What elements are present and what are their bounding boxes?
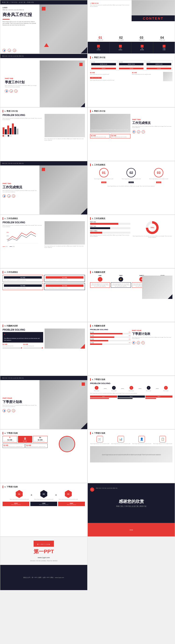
pq-arrow-2 bbox=[23, 347, 43, 348]
thanks-logo: L bbox=[90, 488, 94, 492]
pb-fill-3 bbox=[90, 340, 108, 341]
location-label: 演讲者 bbox=[130, 529, 133, 530]
doc-icon-2: 📋 bbox=[12, 194, 15, 198]
quote-content: Five difference between you and love is … bbox=[4, 338, 42, 341]
card-1-title: WORK PLAN bbox=[91, 63, 116, 65]
input-box-1-text: Never forget what you are for surely bbox=[91, 136, 109, 138]
hb-2: 计划年 Never forget what you bbox=[30, 502, 57, 506]
ns-conn-3 bbox=[138, 388, 142, 389]
card-1-text: Never forget what you are for surely the… bbox=[91, 66, 116, 67]
arrowhead-2 bbox=[42, 347, 43, 348]
grid-icon-1 bbox=[97, 45, 100, 48]
input-box-1: 输入标题 Never forget what you are for surel… bbox=[90, 134, 110, 138]
chart-icon: 📊 bbox=[8, 49, 11, 52]
work-plan-cards: 输入标题 WORK PLAN Never forget what you are… bbox=[90, 60, 172, 70]
icon-cell-4: 📋 Never forget what you are for surely t… bbox=[153, 436, 172, 444]
part-two-layout: PART TWO 工作完成情况 Never forget what you ar… bbox=[0, 166, 87, 215]
part-title-right: 工作完成情况 bbox=[132, 121, 173, 125]
pb-icons: 👤 📊 📋 bbox=[132, 341, 173, 344]
hex-row: 01 Never forget what you are for surely … bbox=[2, 490, 85, 500]
circle-03-btn[interactable]: 按钮名称 bbox=[156, 182, 161, 183]
ns-marker-label-1: Step 1 bbox=[90, 396, 117, 398]
thanks-contact: 演讲者 bbox=[130, 529, 133, 531]
pq-inputs: 输入标题 Never forget what you are 输入标题 Neve… bbox=[2, 344, 43, 348]
ni-box-2-num: 8 bbox=[24, 437, 26, 440]
circle-02-btn[interactable]: 按钮名称 bbox=[128, 182, 134, 183]
num-02-label: 工作完成情况 bbox=[118, 40, 124, 40]
ns-markers: Step 1 Step 2 Step 3 bbox=[90, 396, 172, 399]
part-label-right: PART TWO bbox=[132, 119, 173, 120]
ig-header-1: 输入标题 bbox=[4, 276, 42, 278]
bar-group-5 bbox=[12, 122, 14, 134]
breadcrumb: 商务汇报 | 工作计划 | 企业汇报 | 商务计划 bbox=[2, 9, 37, 10]
legend-line-1 bbox=[2, 246, 5, 247]
nav-bar: 商务汇报 | 工作计划 | 企业汇报 | 商务计划 bbox=[0, 0, 87, 4]
line-chart-layout: PROBLEM SOLVING Never forget what you ar… bbox=[2, 221, 85, 248]
chart-icon-2: 📊 bbox=[7, 194, 10, 198]
doc-icon: 📋 bbox=[13, 49, 16, 52]
bottom-image-18: Never forget what you are, for surely th… bbox=[90, 446, 172, 462]
arrow-wrap-1 bbox=[2, 347, 22, 348]
ad-bottom-section: 微信公众号：第一PPT | 微博：@第一PPT | 网站：www.1ppt.co… bbox=[0, 565, 87, 590]
ns-dot-3-num: 3 bbox=[131, 387, 132, 388]
hb-3: 目标年 Never forget what you bbox=[58, 502, 85, 506]
num-03-label: 问题解决进度 bbox=[139, 40, 144, 40]
circle-image bbox=[59, 436, 75, 452]
ad-red-bar: 第一PPT.COM bbox=[34, 541, 54, 547]
chart-legend: 系列1 系列2 bbox=[2, 246, 43, 247]
ig-cell-2: 输入标题 Never forget what you are for surel… bbox=[44, 275, 85, 282]
plus-2: + bbox=[55, 493, 57, 497]
bar-group-6 bbox=[14, 122, 16, 134]
left-image: Never forget what you are, for surely th… bbox=[90, 114, 130, 132]
ns-marker-label-3: Step 3 bbox=[145, 396, 172, 398]
header-image: CONTENT bbox=[132, 0, 175, 21]
pb-left: PROBLEM SOLVING 输入标题 80% 输入标题 60% bbox=[90, 328, 131, 346]
num-circle-02: 02 Never forget what you are for surely … bbox=[122, 168, 141, 184]
thanks-top: L 商务汇报 | 工作计划 | 企业汇报 | 商务计划 感谢您的欣赏 商务汇报 … bbox=[88, 483, 175, 523]
ni-layout: 📍 输入标题 Never forget what you are 8 输入标题 … bbox=[2, 436, 85, 452]
ns-dot-4: 4 bbox=[147, 386, 150, 390]
slide-nav-7: 商务汇报 | 工作计划 | 企业汇报 | 商务计划 bbox=[2, 163, 24, 164]
bar-group-4 bbox=[10, 122, 12, 134]
pb-row-4: 输入标题 30% bbox=[90, 342, 131, 345]
line-chart-svg: 25% 20% 15% bbox=[2, 228, 43, 244]
chart-icon-r: 📊 bbox=[137, 130, 140, 134]
icon-label-4: Never forget what you are for surely the… bbox=[153, 443, 172, 444]
circle-02: 02 bbox=[126, 168, 136, 177]
hex-shape-2: 02 bbox=[40, 490, 47, 498]
num-03: 03 问题解决进度 bbox=[139, 36, 144, 40]
ni-row-2: 输入标题 Never forget what you are for surel… bbox=[2, 444, 48, 448]
hbar-track-1 bbox=[90, 223, 130, 225]
icon-3: 👤 bbox=[138, 436, 145, 442]
ni-box-4: 输入标题 Never forget what you are for surel… bbox=[2, 444, 25, 448]
slide-top-bar-7: 商务汇报 | 工作计划 | 企业汇报 | 商务计划 bbox=[0, 161, 87, 166]
ig-header-3: 输入标题 bbox=[4, 284, 42, 287]
circle-01-btn[interactable]: 按钮名称 bbox=[101, 182, 106, 183]
slide-advertisement: 第一PPT.COM 第一PPT www.1ppt.com 演示文稿 | 工作汇报… bbox=[0, 537, 88, 590]
card-1-btn[interactable]: 按钮名称 bbox=[91, 68, 116, 69]
completion-desc: Never forget what you are for surely the… bbox=[90, 80, 131, 81]
slide-title-17: 4. 下季度计划表 bbox=[2, 432, 85, 434]
input-col-1: 输入标题 Never forget what you are for surel… bbox=[90, 72, 131, 81]
ns-step-5-text: Never forget bbox=[159, 390, 172, 391]
logo: LOGO bbox=[2, 7, 37, 8]
hbar-track-2 bbox=[90, 227, 130, 229]
card-1-header: 输入标题 bbox=[91, 61, 116, 62]
ni-left: 📍 输入标题 Never forget what you are 8 输入标题 … bbox=[2, 436, 48, 452]
problem-desc: Never forget what you are, for surely th… bbox=[2, 118, 43, 120]
slide-nav: 商务汇报 | 工作计划 | 企业汇报 | 商务计划 bbox=[2, 55, 24, 57]
slide-title-18: 4. 下季度计划表 bbox=[90, 432, 172, 434]
icon-1: 🛒 bbox=[96, 436, 103, 442]
pq-left: PROBLEM SOLVING " Five difference betwee… bbox=[2, 328, 43, 348]
bar-group-3 bbox=[7, 122, 9, 134]
grid-item-4: 下季度 计划表 bbox=[153, 42, 175, 54]
ad-top-section: 第一PPT.COM 第一PPT www.1ppt.com 演示文稿 | 工作汇报… bbox=[0, 537, 87, 565]
donut-chart: 75% bbox=[146, 221, 159, 234]
card-2-btn[interactable]: 按钮名称 bbox=[119, 68, 144, 69]
p4-image bbox=[40, 380, 87, 429]
step-one-label: ONE bbox=[90, 275, 110, 276]
slide-part-four: 商务汇报 | 工作计划 | 企业汇报 | 商务计划 PART FOUR 下季度计… bbox=[0, 376, 88, 429]
card-3-btn[interactable]: 按钮名称 bbox=[146, 68, 171, 69]
ns-dot-5-num: 5 bbox=[166, 387, 166, 388]
card-2-title: WORK PLAN bbox=[119, 63, 144, 65]
